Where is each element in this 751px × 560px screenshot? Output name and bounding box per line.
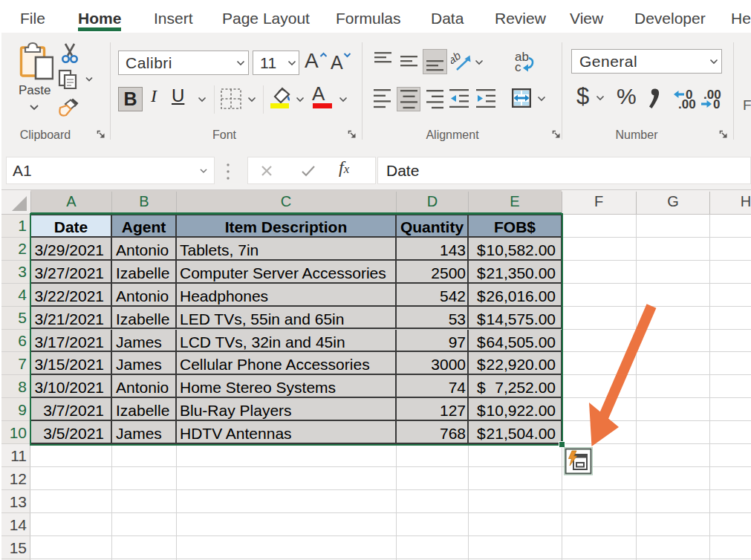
svg-text:c: c bbox=[515, 60, 521, 74]
svg-text:.00: .00 bbox=[678, 97, 696, 110]
svg-text:0: 0 bbox=[713, 97, 720, 110]
svg-text:ab: ab bbox=[451, 52, 463, 66]
